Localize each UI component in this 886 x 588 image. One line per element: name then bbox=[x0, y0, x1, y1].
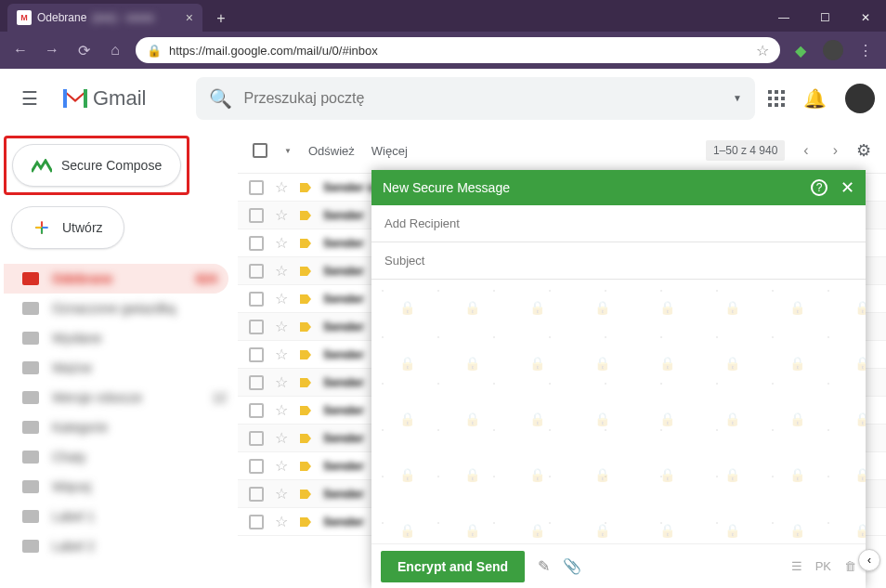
encrypt-send-button[interactable]: Encrypt and Send bbox=[381, 551, 525, 582]
url-text: https://mail.google.com/mail/u/0/#inbox bbox=[169, 44, 378, 58]
star-icon[interactable]: ☆ bbox=[275, 178, 288, 196]
window-maximize-button[interactable]: ☐ bbox=[804, 4, 845, 32]
window-minimize-button[interactable]: — bbox=[763, 4, 804, 32]
pk-label[interactable]: PK bbox=[815, 559, 831, 573]
browser-titlebar: M Odebrane (xxx) - xxxxx × + — ☐ ✕ bbox=[0, 0, 886, 32]
compose-title: New Secure Message bbox=[383, 180, 510, 195]
main-menu-icon[interactable]: ☰ bbox=[11, 80, 48, 117]
window-close-button[interactable]: ✕ bbox=[845, 4, 886, 32]
mail-toolbar: ▼ Odśwież Więcej 1–50 z 4 940 ‹ › ⚙ bbox=[238, 128, 886, 173]
lock-pattern-icon: 🔒 bbox=[371, 280, 866, 543]
folder-inbox[interactable]: Odebrane624 bbox=[4, 264, 228, 294]
bookmark-star-icon[interactable]: ☆ bbox=[756, 42, 769, 59]
tab-close-icon[interactable]: × bbox=[186, 10, 193, 25]
plus-icon bbox=[33, 218, 51, 237]
close-icon[interactable]: ✕ bbox=[840, 177, 854, 198]
notifications-icon[interactable]: 🔔 bbox=[803, 87, 827, 110]
gmail-header: ☰ Gmail 🔍 ▼ 🔔 bbox=[0, 69, 886, 128]
select-dropdown-icon[interactable]: ▼ bbox=[284, 147, 292, 155]
tab-title-extra: (xxx) - xxxxx bbox=[92, 11, 154, 24]
folder-item[interactable]: Chaty bbox=[4, 442, 238, 472]
more-button[interactable]: Więcej bbox=[371, 144, 408, 158]
secure-compose-button[interactable]: Secure Compose bbox=[12, 144, 181, 187]
compose-button[interactable]: Utwórz bbox=[11, 206, 124, 249]
select-all-checkbox[interactable] bbox=[253, 143, 267, 158]
nav-home-icon[interactable]: ⌂ bbox=[104, 39, 126, 61]
pagination-info: 1–50 z 4 940 bbox=[706, 140, 785, 161]
gmail-m-icon bbox=[61, 87, 89, 110]
window-controls: — ☐ ✕ bbox=[763, 4, 886, 32]
row-checkbox[interactable] bbox=[249, 180, 264, 195]
tab-favicon-icon: M bbox=[17, 10, 32, 25]
secure-compose-icon bbox=[32, 159, 50, 172]
google-apps-icon[interactable] bbox=[768, 90, 785, 107]
lock-icon: 🔒 bbox=[147, 44, 162, 58]
folder-list: Odebrane624 Oznaczone gwiazdką Wysłane W… bbox=[4, 264, 238, 561]
search-input[interactable] bbox=[243, 90, 733, 107]
nav-reload-icon[interactable]: ⟳ bbox=[72, 39, 95, 61]
compose-label: Utwórz bbox=[62, 220, 103, 235]
tab-title: Odebrane bbox=[37, 11, 86, 24]
folder-item[interactable]: Kategorie bbox=[4, 412, 238, 442]
folder-item[interactable]: Label 1 bbox=[4, 502, 238, 531]
search-options-icon[interactable]: ▼ bbox=[733, 93, 742, 103]
settings-gear-icon[interactable]: ⚙ bbox=[856, 140, 871, 161]
folder-item[interactable]: Wersje robocze12 bbox=[4, 383, 238, 412]
attachment-icon[interactable]: 📎 bbox=[563, 557, 581, 575]
recipient-placeholder: Add Recipient bbox=[384, 216, 460, 230]
search-box[interactable]: 🔍 ▼ bbox=[196, 77, 755, 120]
importance-icon[interactable] bbox=[299, 181, 312, 194]
subject-placeholder: Subject bbox=[384, 254, 424, 268]
secure-compose-highlight: Secure Compose bbox=[4, 136, 189, 195]
sidebar: Secure Compose Utwórz Odebrane624 Oznacz… bbox=[0, 128, 238, 588]
secure-compose-window: New Secure Message ? ✕ Add Recipient Sub… bbox=[371, 170, 866, 588]
page-next-icon[interactable]: › bbox=[827, 142, 843, 159]
folder-item[interactable]: Ważne bbox=[4, 353, 238, 383]
search-icon: 🔍 bbox=[209, 87, 232, 110]
gmail-brand-text: Gmail bbox=[93, 86, 146, 111]
trash-icon[interactable]: 🗑 bbox=[844, 559, 856, 573]
signature-icon[interactable]: ✎ bbox=[538, 557, 550, 575]
recipient-field[interactable]: Add Recipient bbox=[371, 205, 866, 242]
help-icon[interactable]: ? bbox=[811, 179, 827, 196]
account-avatar[interactable] bbox=[845, 84, 875, 113]
svg-rect-1 bbox=[371, 280, 866, 543]
new-tab-button[interactable]: + bbox=[208, 6, 234, 32]
url-bar[interactable]: 🔒 https://mail.google.com/mail/u/0/#inbo… bbox=[136, 37, 780, 63]
mail-main: ▼ Odśwież Więcej 1–50 z 4 940 ‹ › ⚙ ☆Sen… bbox=[238, 128, 886, 588]
refresh-button[interactable]: Odśwież bbox=[308, 144, 355, 158]
gmail-logo[interactable]: Gmail bbox=[61, 86, 146, 111]
compose-body[interactable]: 🔒 bbox=[371, 280, 866, 543]
folder-item[interactable]: Wysłane bbox=[4, 323, 238, 353]
options-icon[interactable]: ☰ bbox=[791, 559, 802, 573]
browser-toolbar: ← → ⟳ ⌂ 🔒 https://mail.google.com/mail/u… bbox=[0, 32, 886, 69]
folder-item[interactable]: Label 2 bbox=[4, 531, 238, 561]
extension-icon[interactable]: ◆ bbox=[789, 39, 812, 61]
compose-footer: Encrypt and Send ✎ 📎 ☰ PK 🗑 bbox=[371, 543, 866, 588]
subject-field[interactable]: Subject bbox=[371, 242, 866, 280]
secure-compose-label: Secure Compose bbox=[61, 158, 162, 173]
folder-item[interactable]: Oznaczone gwiazdką bbox=[4, 294, 238, 323]
browser-menu-icon[interactable]: ⋮ bbox=[854, 39, 877, 61]
nav-back-icon[interactable]: ← bbox=[9, 39, 32, 61]
browser-profile-avatar[interactable] bbox=[823, 40, 843, 60]
page-prev-icon[interactable]: ‹ bbox=[798, 142, 814, 159]
side-panel-toggle[interactable]: ‹ bbox=[858, 549, 880, 571]
nav-forward-icon[interactable]: → bbox=[41, 39, 63, 61]
folder-item[interactable]: Więcej bbox=[4, 472, 238, 502]
compose-header[interactable]: New Secure Message ? ✕ bbox=[371, 170, 866, 205]
browser-tab[interactable]: M Odebrane (xxx) - xxxxx × bbox=[7, 4, 202, 32]
